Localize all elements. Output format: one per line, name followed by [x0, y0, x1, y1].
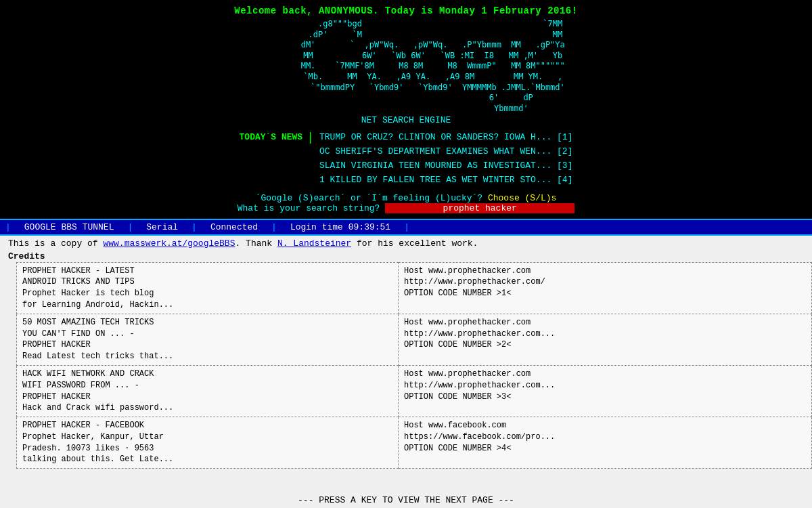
status-sep-1: |: [5, 222, 11, 232]
ascii-art: .g8"""bgd `7MM .dP' `M MM dM' ` ,pW"Wq. …: [0, 19, 812, 114]
prompt-section: ´Google (S)earch´ or ´I´m feeling (L)uck…: [0, 193, 812, 213]
news-item-3: SLAIN VIRGINIA TEEN MOURNED AS INVESTIGA…: [319, 159, 572, 173]
status-bar: | GOOGLE BBS TUNNEL | Serial | Connected…: [0, 219, 812, 236]
landsteiner-link[interactable]: N. Landsteiner: [277, 238, 351, 249]
search-value: prophet hacker: [443, 203, 517, 213]
result-left-2: 50 MOST AMAZING TECH TRICKS YOU CAN'T FI…: [17, 314, 399, 365]
result-row-1: PROPHET HACKER - LATEST ANDROID TRICKS A…: [17, 262, 812, 314]
thank-text: Thank: [246, 238, 272, 249]
attribution-text: This is a copy of: [8, 238, 98, 249]
result-left-4: PROPHET HACKER - FACEBOOK Prophet Hacker…: [17, 417, 399, 469]
news-item-2: OC SHERIFF'S DEPARTMENT EXAMINES WHAT WE…: [319, 145, 572, 159]
login-time-label: Login time: [290, 222, 343, 232]
choose-text: Choose (S/L)s: [488, 193, 556, 203]
status-sep-3: |: [191, 222, 197, 232]
result-row-4: PROPHET HACKER - FACEBOOK Prophet Hacker…: [17, 417, 812, 469]
result-right-3: Host www.prophethacker.com http://www.pr…: [399, 365, 812, 417]
news-divider: |: [307, 131, 314, 146]
news-text-1: TRUMP OR CRUZ? CLINTON OR SANDERS? IOWA …: [319, 132, 557, 142]
result-left-1: PROPHET HACKER - LATEST ANDROID TRICKS A…: [17, 262, 399, 314]
masswerk-link[interactable]: www.masswerk.at/googleBBS: [103, 238, 235, 249]
search-input-display[interactable]: prophet hacker: [385, 203, 574, 213]
status-app: GOOGLE BBS TUNNEL: [16, 222, 122, 232]
login-time: 09:39:51: [348, 222, 390, 232]
welcome-line: Welcome back, ANONYMOUS. Today is Monday…: [0, 5, 812, 16]
result-right-2: Host www.prophethacker.com http://www.pr…: [399, 314, 812, 365]
terminal: Welcome back, ANONYMOUS. Today is Monday…: [0, 0, 812, 508]
main-content: This is a copy of www.masswerk.at/google…: [0, 236, 812, 508]
news-num-4: [4]: [557, 175, 572, 185]
news-text-2: OC SHERIFF'S DEPARTMENT EXAMINES WHAT WE…: [319, 146, 557, 156]
result-left-3: HACK WIFI NETWORK AND CRACK WIFI PASSWOR…: [17, 365, 399, 417]
news-text-4: 1 KILLED BY FALLEN TREE AS WET WINTER ST…: [319, 175, 557, 185]
news-label: TODAY´S NEWS: [240, 131, 303, 142]
status-sep-5: |: [404, 222, 409, 232]
press-key[interactable]: --- PRESS A KEY TO VIEW THE NEXT PAGE --…: [0, 491, 812, 508]
attribution: This is a copy of www.masswerk.at/google…: [8, 238, 478, 249]
results-tbody: PROPHET HACKER - LATEST ANDROID TRICKS A…: [17, 262, 812, 469]
thank-rest: for his excellent work.: [357, 238, 478, 249]
credits-label: Credits: [8, 251, 45, 261]
status-serial: Serial: [138, 222, 186, 232]
results-table: PROPHET HACKER - LATEST ANDROID TRICKS A…: [16, 262, 812, 469]
news-num-2: [2]: [557, 146, 572, 156]
status-connected: Connected: [202, 222, 266, 232]
result-right-4: Host www.facebook.com https://www.facebo…: [399, 417, 812, 469]
results-container: PROPHET HACKER - LATEST ANDROID TRICKS A…: [8, 262, 804, 491]
news-text-3: SLAIN VIRGINIA TEEN MOURNED AS INVESTIGA…: [319, 161, 557, 171]
prompt-google-text: ´Google (S)earch´ or ´I´m feeling (L)uck…: [256, 193, 488, 203]
news-num-1: [1]: [557, 132, 572, 142]
top-section: Welcome back, ANONYMOUS. Today is Monday…: [0, 0, 812, 219]
net-search-label: NET SEARCH ENGINE: [0, 115, 812, 125]
credits-header: This is a copy of www.masswerk.at/google…: [0, 236, 812, 250]
result-row-3: HACK WIFI NETWORK AND CRACK WIFI PASSWOR…: [17, 365, 812, 417]
news-items: TRUMP OR CRUZ? CLINTON OR SANDERS? IOWA …: [319, 131, 572, 187]
status-sep-2: |: [127, 222, 133, 232]
credits-section: Credits: [0, 250, 812, 262]
status-login-time: Login time 09:39:51: [282, 222, 399, 232]
prompt-line2: What is your search string? prophet hack…: [0, 203, 812, 213]
news-num-3: [3]: [557, 161, 572, 171]
status-sep-4: |: [271, 222, 277, 232]
prompt-search-label: What is your search string?: [238, 203, 380, 213]
news-item-4: 1 KILLED BY FALLEN TREE AS WET WINTER ST…: [319, 173, 572, 188]
news-item-1: TRUMP OR CRUZ? CLINTON OR SANDERS? IOWA …: [319, 131, 572, 145]
result-row-2: 50 MOST AMAZING TECH TRICKS YOU CAN'T FI…: [17, 314, 812, 365]
prompt-line1: ´Google (S)earch´ or ´I´m feeling (L)uck…: [0, 193, 812, 203]
news-section: TODAY´S NEWS | TRUMP OR CRUZ? CLINTON OR…: [0, 131, 812, 187]
result-right-1: Host www.prophethacker.com http://www.pr…: [399, 262, 812, 314]
